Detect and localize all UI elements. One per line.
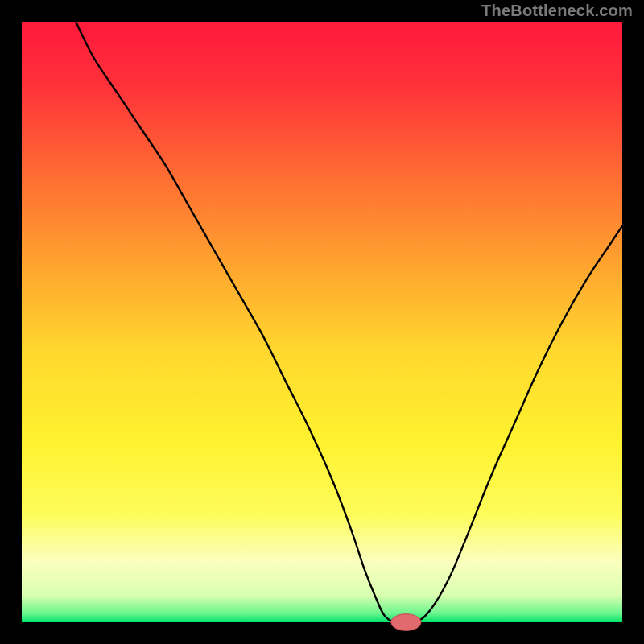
bottleneck-chart bbox=[0, 0, 644, 644]
plot-background bbox=[22, 22, 622, 622]
watermark-text: TheBottleneck.com bbox=[481, 2, 633, 20]
optimal-marker bbox=[391, 614, 421, 631]
chart-frame: { "watermark": "TheBottleneck.com", "col… bbox=[0, 0, 644, 644]
